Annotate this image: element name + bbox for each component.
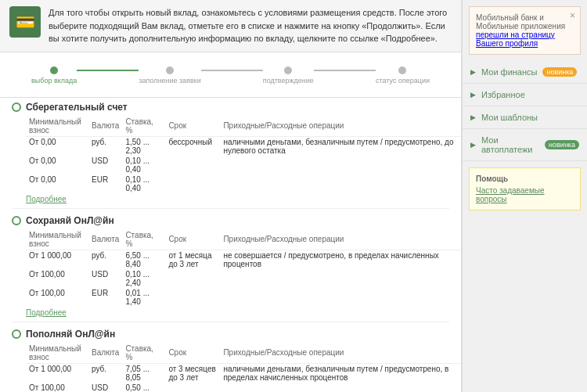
th-ops-2: Приходные/Расходные операции [220,229,461,250]
cell-min: От 100,00 [26,288,88,307]
cell-currency: USD [88,269,122,288]
step-4-label: статус операции [376,77,430,85]
cell-currency: руб. [88,250,122,269]
table-row: От 1 000,00 руб. 7,05 ... 8,05 от 3 меся… [26,363,461,383]
mobile-notice-link[interactable]: перешли на страницу Вашего профиля [476,31,555,48]
step-2-circle [166,67,174,74]
chevron-right-icon: ▶ [470,141,476,149]
deposit-sohranyai-header[interactable]: Сохраняй ОнЛ@йн [12,215,449,226]
help-faq-link[interactable]: Часто задаваемые вопросы [476,186,545,203]
sidebar-item-autopayments[interactable]: ▶ Мои автоплатежи новинка [463,129,587,161]
deposit-sohranyai-radio[interactable] [12,216,21,225]
th-rate-2: Ставка, % [122,229,165,250]
sidebar-templates-label: Мои шаблоны [481,113,538,122]
cell-rate: 0,10 ... 0,40 [122,174,165,193]
cell-rate: 7,05 ... 8,05 [122,363,165,383]
cell-rate: 0,50 ... 2,30 [122,383,165,393]
cell-min: От 0,00 [26,156,88,174]
help-title: Помощь [476,174,574,183]
sidebar-item-templates[interactable]: ▶ Мои шаблоны [463,106,587,129]
table-row: От 0,00 руб. 1,50 ... 2,30 бессрочный на… [26,136,461,156]
cell-min: От 100,00 [26,383,88,393]
th-term-3: Срок [165,343,220,364]
sidebar-autopayments-label: Мои автоплатежи [481,135,539,154]
cell-currency: USD [88,383,122,393]
th-term-2: Срок [165,229,220,250]
cell-currency: EUR [88,174,122,193]
mobile-notice-text: Мобильный банк и Мобильные приложения пе… [476,13,565,48]
connector-3 [314,70,376,71]
deposit-sohranyai: Сохраняй ОнЛ@йн Минимальный взнос Валюта… [12,215,449,322]
step-1-circle [50,67,58,74]
th-min-3: Минимальный взнос [26,343,88,364]
th-currency-2: Валюта [88,229,122,250]
cell-ops: наличными деньгами, безналичным путем / … [220,136,461,193]
deposit-popolnyai-table: Минимальный взнос Валюта Ставка, % Срок … [26,343,461,393]
chevron-right-icon: ▶ [470,91,476,99]
deposit-popolnyai-radio[interactable] [12,329,21,339]
step-4: статус операции [376,67,430,85]
cell-min: От 1 000,00 [26,363,88,383]
sidebar-item-finances[interactable]: ▶ Мои финансы новинка [463,61,587,84]
deposit-popolnyai: Пополняй ОнЛ@йн Минимальный взнос Валюта… [12,329,449,393]
cell-ops: не совершается / предусмотрено, в предел… [220,250,461,307]
deposit-popolnyai-header[interactable]: Пополняй ОнЛ@йн [12,329,449,340]
th-rate-3: Ставка, % [122,343,165,364]
table-row: От 1 000,00 руб. 6,50 ... 8,40 от 1 меся… [26,250,461,269]
cell-rate: 0,10 ... 0,40 [122,156,165,174]
finances-badge: новинка [542,67,577,77]
cell-currency: руб. [88,363,122,383]
connector-2 [201,70,263,71]
cell-min: От 0,00 [26,174,88,193]
chevron-right-icon: ▶ [470,113,476,121]
help-box: Помощь Часто задаваемые вопросы [469,167,581,210]
deposit-savings-title: Сберегательный счет [26,102,128,113]
cell-min: От 0,00 [26,136,88,156]
cell-currency: EUR [88,288,122,307]
th-ops-1: Приходные/Расходные операции [220,116,461,137]
mobile-notice: × Мобильный банк и Мобильные приложения … [469,6,581,55]
deposit-savings-radio[interactable] [12,102,21,112]
step-3-label: подтверждение [263,77,314,85]
th-ops-3: Приходные/Расходные операции [220,343,461,364]
deposit-savings-table: Минимальный взнос Валюта Ставка, % Срок … [26,116,461,193]
deposit-sohranyai-details[interactable]: Подробнее [26,308,449,317]
cell-term: бессрочный [165,136,220,193]
cell-min: От 1 000,00 [26,250,88,269]
cell-rate: 0,01 ... 1,40 [122,288,165,307]
deposit-sohranyai-table: Минимальный взнос Валюта Ставка, % Срок … [26,229,461,307]
cell-rate: 1,50 ... 2,30 [122,136,165,156]
th-rate-1: Ставка, % [122,116,165,137]
th-term-1: Срок [165,116,220,137]
deposit-savings: Сберегательный счет Минимальный взнос Ва… [12,102,449,209]
sidebar-item-favorites[interactable]: ▶ Избранное [463,84,587,106]
deposit-popolnyai-title: Пополняй ОнЛ@йн [26,329,115,340]
deposit-sohranyai-title: Сохраняй ОнЛ@йн [26,215,114,226]
info-text: Для того чтобы открыть новый вклад, озна… [49,6,452,45]
th-min-2: Минимальный взнос [26,229,88,250]
main-content: 💳 Для того чтобы открыть новый вклад, оз… [0,0,462,392]
cell-rate: 0,10 ... 2,40 [122,269,165,288]
close-icon[interactable]: × [570,10,575,21]
chevron-right-icon: ▶ [470,68,476,76]
deposit-savings-details[interactable]: Подробнее [26,195,449,203]
sidebar: × Мобильный банк и Мобильные приложения … [462,0,587,392]
cell-ops: наличными деньгами, безналичным путем / … [220,363,461,392]
autopayments-badge: новинка [545,140,579,149]
cell-rate: 6,50 ... 8,40 [122,250,165,269]
step-3: подтверждение [263,67,314,85]
step-4-circle [398,67,406,74]
info-banner: 💳 Для того чтобы открыть новый вклад, оз… [0,0,461,52]
cell-currency: USD [88,156,122,174]
th-currency-3: Валюта [88,343,122,364]
connector-1 [77,70,139,71]
deposit-savings-header[interactable]: Сберегательный счет [12,102,449,113]
deposits-area: Сберегательный счет Минимальный взнос Ва… [0,98,461,393]
step-2: заполнение заявки [139,67,200,85]
th-currency-1: Валюта [88,116,122,137]
sidebar-finances-label: Мои финансы [481,67,537,77]
step-3-circle [284,67,292,74]
deposit-icon: 💳 [9,6,41,38]
step-1-label: выбор вклада [31,77,77,85]
cell-term: от 1 месяца до 3 лет [165,250,220,307]
